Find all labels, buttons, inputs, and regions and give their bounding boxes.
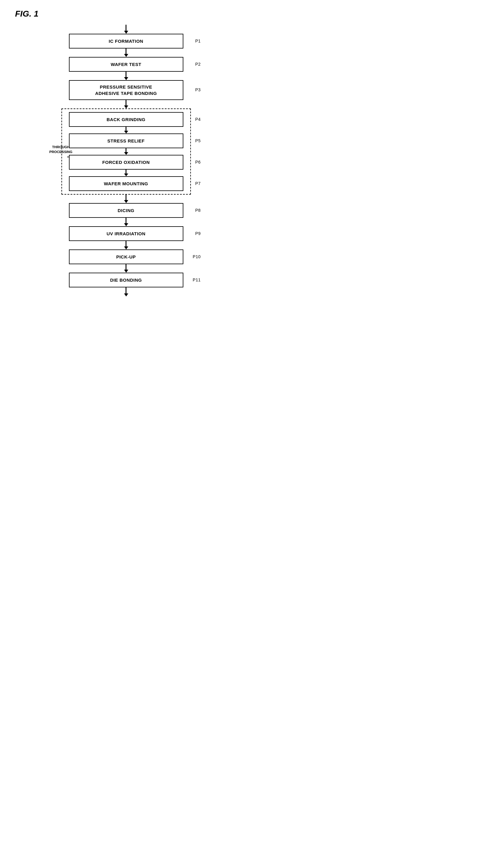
step-row-p9: UV IRRADIATION P9 [6,226,246,241]
step-box-p3: PRESSURE SENSITIVE ADHESIVE TAPE BONDING… [69,80,183,100]
figure-title: FIG. 1 [15,9,246,19]
step-row-p11: DIE BONDING P11 [6,273,246,287]
step-label-p9: UV IRRADIATION [107,231,145,236]
step-label-p6: FORCED OXIDATION [102,160,150,165]
step-id-p11: P11 [193,277,200,283]
step-label-p2: WAFER TEST [111,62,142,67]
step-row-p6: FORCED OXIDATION P6 [65,155,187,170]
step-id-p1: P1 [195,38,200,44]
step-id-p10: P10 [193,254,200,260]
step-row-p1: IC FORMATION P1 [6,34,246,48]
step-box-p1: IC FORMATION P1 [69,34,183,48]
step-box-p5: STRESS RELIEF P5 [69,133,183,148]
step-label-p3-line1: PRESSURE SENSITIVE [100,84,152,90]
step-id-p5: P5 [195,138,200,144]
step-id-p8: P8 [195,208,200,213]
page: FIG. 1 IC FORMATION P1 WAFER TEST P2 [0,0,252,429]
step-id-p3: P3 [195,87,200,93]
step-id-p2: P2 [195,62,200,67]
step-id-p7: P7 [195,181,200,187]
step-box-p10: PICK-UP P10 [69,250,183,264]
arrow-5-6 [65,148,187,155]
step-row-p4: BACK GRINDING P4 [65,112,187,127]
step-box-p8: DICING P8 [69,203,183,218]
step-label-p7: WAFER MOUNTING [104,181,148,186]
step-label-p11: DIE BONDING [110,277,142,283]
step-label-p3-line2: ADHESIVE TAPE BONDING [95,91,157,96]
step-row-p7: WAFER MOUNTING P7 [65,176,187,191]
step-box-p11: DIE BONDING P11 [69,273,183,287]
step-row-p3: PRESSURE SENSITIVE ADHESIVE TAPE BONDING… [6,80,246,100]
step-box-p4: BACK GRINDING P4 [69,112,183,127]
step-box-p6: FORCED OXIDATION P6 [69,155,183,170]
initial-arrow [124,25,128,34]
step-label-p4: BACK GRINDING [107,117,145,122]
step-row-p8: DICING P8 [6,203,246,218]
step-row-p2: WAFER TEST P2 [6,57,246,72]
flowchart: IC FORMATION P1 WAFER TEST P2 PRESSURE S… [6,25,246,297]
step-box-p9: UV IRRADIATION P9 [69,226,183,241]
step-label-p8: DICING [118,208,134,213]
step-row-p5: STRESS RELIEF P5 [65,133,187,148]
step-id-p4: P4 [195,116,200,123]
step-box-p2: WAFER TEST P2 [69,57,183,72]
step-label-p5: STRESS RELIEF [107,138,145,143]
step-label-p1: IC FORMATION [109,38,143,44]
arrow-4-5 [65,127,187,133]
step-label-p10: PICK-UP [116,254,136,259]
step-id-p9: P9 [195,231,200,237]
step-id-p6: P6 [195,159,200,165]
final-arrow [124,287,128,297]
dashed-through-processing-box: BACK GRINDING P4 STRESS RELIEF P5 [61,109,191,195]
step-row-p10: PICK-UP P10 [6,250,246,264]
arrow-6-7 [65,170,187,176]
step-box-p7: WAFER MOUNTING P7 [69,176,183,191]
